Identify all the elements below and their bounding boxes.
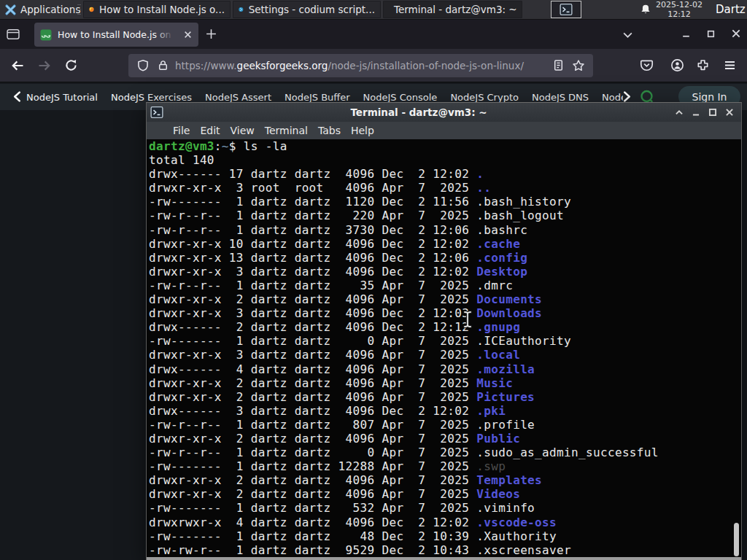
terminal-line: -rw------- 1 dartz dartz 48 Dec 2 10:39 … xyxy=(149,529,741,543)
taskbar-button-firefox[interactable]: How to Install Node.js o... xyxy=(83,1,231,18)
terminal-line: -rw------- 1 dartz dartz 532 Apr 7 2025 … xyxy=(149,501,741,515)
pocket-icon[interactable] xyxy=(640,58,654,72)
panel-username: Dartz xyxy=(716,3,746,16)
terminal-content[interactable]: dartz@vm3:~$ ls -la total 140drwx------ … xyxy=(147,139,741,557)
terminal-scrollbar[interactable] xyxy=(734,523,739,556)
terminal-line: drwxr-xr-x 13 dartz dartz 4096 Dec 2 12:… xyxy=(149,251,741,265)
terminal-icon xyxy=(150,106,163,119)
terminal-menu-view[interactable]: View xyxy=(231,125,255,136)
gfg-nav-link[interactable]: NodeJS Crypto xyxy=(450,92,519,103)
terminal-menu-help[interactable]: Help xyxy=(351,125,374,136)
terminal-line: -rw------- 1 dartz dartz 12288 Apr 7 202… xyxy=(149,459,741,473)
terminal-line: drwx------ 17 dartz dartz 4096 Dec 2 12:… xyxy=(149,167,741,181)
terminal-line: drwxr-xr-x 3 dartz dartz 4096 Dec 2 12:0… xyxy=(149,265,741,279)
reload-button[interactable] xyxy=(64,58,78,72)
terminal-shade-button[interactable] xyxy=(674,107,684,117)
taskbar-button-codium[interactable]: Settings - codium script... xyxy=(233,1,381,18)
firefox-icon xyxy=(89,4,94,15)
gfg-nav-link[interactable]: NodeJS Buffer xyxy=(285,92,350,103)
terminal-line: -rw-r--r-- 1 dartz dartz 35 Apr 7 2025 .… xyxy=(149,279,741,292)
vscodium-icon xyxy=(239,4,244,15)
bookmark-star-icon[interactable] xyxy=(572,59,585,72)
url-bar[interactable]: https://www.geeksforgeeks.org/node-js/in… xyxy=(128,54,593,77)
panel-grip xyxy=(77,4,81,15)
gfg-nav-link[interactable]: NodeJS Assert xyxy=(205,92,271,103)
terminal-line: drwxr-xr-x 2 dartz dartz 4096 Apr 7 2025… xyxy=(149,376,741,390)
terminal-line: -rw-rw-r-- 1 dartz dartz 9529 Dec 2 10:4… xyxy=(149,543,741,557)
terminal-prompt-line: dartz@vm3:~$ ls -la xyxy=(149,139,741,153)
notification-bell-icon[interactable] xyxy=(640,4,651,15)
terminal-menu-file[interactable]: File xyxy=(173,125,190,136)
lock-icon[interactable] xyxy=(157,59,169,71)
tab-close-icon[interactable] xyxy=(182,28,194,41)
terminal-line: total 140 xyxy=(149,153,741,167)
clock-date: 2025-12-02 xyxy=(655,1,703,10)
terminal-menu-terminal[interactable]: Terminal xyxy=(265,125,308,136)
terminal-title: Terminal - dartz@vm3: ~ xyxy=(163,106,674,118)
desktop-panel: Applications How to Install Node.js o...… xyxy=(0,0,747,20)
window-close-button[interactable] xyxy=(731,28,741,39)
terminal-line: drwxr-xr-x 10 dartz dartz 4096 Dec 2 12:… xyxy=(149,237,741,251)
gfg-nav-link[interactable]: Node xyxy=(602,92,623,103)
panel-clock[interactable]: 2025-12-02 12:12 xyxy=(655,1,703,19)
firefox-view-icon[interactable] xyxy=(7,28,20,40)
gfg-nav-link[interactable]: NodeJS Tutorial xyxy=(26,92,98,103)
terminal-menu-tabs[interactable]: Tabs xyxy=(318,125,341,136)
reader-mode-icon[interactable] xyxy=(552,59,565,71)
nav-scroll-left-icon[interactable] xyxy=(12,91,22,102)
forward-button[interactable] xyxy=(37,58,52,73)
terminal-line: -rw------- 1 dartz dartz 0 Apr 7 2025 .I… xyxy=(149,334,741,348)
terminal-line: drwxr-xr-x 2 dartz dartz 4096 Apr 7 2025… xyxy=(149,487,741,501)
firefox-navbar: https://www.geeksforgeeks.org/node-js/in… xyxy=(0,49,747,82)
firefox-tabbar: How to Install Node.js on xyxy=(0,20,747,49)
terminal-line: -rw------- 1 dartz dartz 1120 Dec 2 11:5… xyxy=(149,195,741,209)
terminal-line: -rw-r--r-- 1 dartz dartz 220 Apr 7 2025 … xyxy=(149,209,741,222)
browser-tab[interactable]: How to Install Node.js on xyxy=(34,23,198,47)
terminal-icon xyxy=(560,3,573,16)
tracking-shield-icon[interactable] xyxy=(136,59,150,72)
account-icon[interactable] xyxy=(670,58,684,72)
applications-menu-button[interactable]: Applications xyxy=(1,0,83,19)
mouse-ibeam-cursor xyxy=(462,310,473,329)
terminal-line: drwx------ 4 dartz dartz 4096 Apr 7 2025… xyxy=(149,362,741,376)
menu-hamburger-icon[interactable] xyxy=(723,58,737,72)
applications-icon xyxy=(4,4,17,16)
tray-terminal-launcher[interactable] xyxy=(551,1,581,18)
terminal-line: drwxr-xr-x 2 dartz dartz 4096 Apr 7 2025… xyxy=(149,432,741,446)
nav-scroll-right-icon[interactable] xyxy=(622,91,632,102)
gfg-nav-link[interactable]: NodeJS Console xyxy=(363,92,438,103)
terminal-menu-edit[interactable]: Edit xyxy=(200,125,220,136)
gfg-nav-link[interactable]: NodeJS DNS xyxy=(532,92,589,103)
back-button[interactable] xyxy=(10,58,25,73)
terminal-titlebar[interactable]: Terminal - dartz@vm3: ~ xyxy=(147,103,741,122)
window-maximize-button[interactable] xyxy=(706,29,716,39)
terminal-line: drwxr-xr-x 3 root root 4096 Apr 7 2025 .… xyxy=(149,181,741,195)
terminal-line: drwx------ 3 dartz dartz 4096 Dec 2 12:0… xyxy=(149,404,741,418)
gfg-nav-link[interactable]: NodeJS Exercises xyxy=(111,92,192,103)
terminal-line: drwxr-xr-x 3 dartz dartz 4096 Apr 7 2025… xyxy=(149,348,741,362)
geeksforgeeks-favicon xyxy=(40,29,52,41)
url-text: https://www.geeksforgeeks.org/node-js/in… xyxy=(175,54,531,77)
terminal-line: -rw-r--r-- 1 dartz dartz 807 Apr 7 2025 … xyxy=(149,418,741,432)
terminal-line: drwxr-xr-x 2 dartz dartz 4096 Apr 7 2025… xyxy=(149,473,741,487)
terminal-line: drwxr-xr-x 2 dartz dartz 4096 Apr 7 2025… xyxy=(149,390,741,404)
terminal-minimize-button[interactable] xyxy=(691,107,701,117)
terminal-window: Terminal - dartz@vm3: ~ FileEditViewTerm… xyxy=(146,102,742,560)
extensions-puzzle-icon[interactable] xyxy=(696,58,710,72)
terminal-line: drwxr-xr-x 2 dartz dartz 4096 Apr 7 2025… xyxy=(149,292,741,306)
window-minimize-button[interactable] xyxy=(681,29,691,39)
clock-time: 12:12 xyxy=(655,10,703,20)
terminal-line: drwx------ 2 dartz dartz 4096 Dec 2 12:1… xyxy=(149,320,741,334)
terminal-maximize-button[interactable] xyxy=(708,107,718,117)
terminal-close-button[interactable] xyxy=(724,107,735,117)
terminal-line: -rw-r--r-- 1 dartz dartz 0 Apr 7 2025 .s… xyxy=(149,446,741,459)
terminal-window-bottom-border xyxy=(147,557,741,560)
terminal-line: drwxrwxr-x 4 dartz dartz 4096 Dec 2 12:0… xyxy=(149,516,741,529)
new-tab-button[interactable] xyxy=(205,28,217,40)
terminal-line: drwxr-xr-x 3 dartz dartz 4096 Dec 2 12:0… xyxy=(149,306,741,320)
terminal-line: -rw-r--r-- 1 dartz dartz 3730 Dec 2 12:0… xyxy=(149,223,741,237)
taskbar-button-terminal[interactable]: Terminal - dartz@vm3: ~ xyxy=(383,1,522,18)
list-all-tabs-icon[interactable] xyxy=(622,30,633,39)
terminal-menubar: FileEditViewTerminalTabsHelp xyxy=(147,122,741,139)
